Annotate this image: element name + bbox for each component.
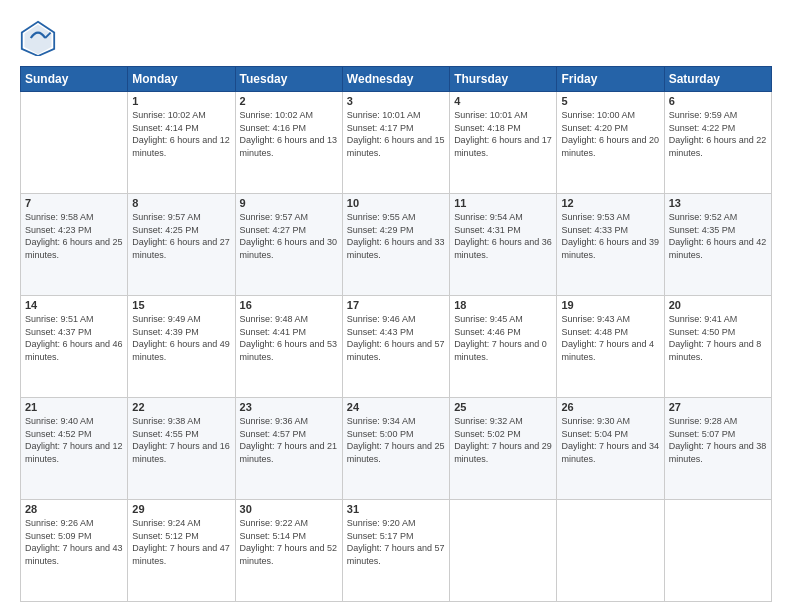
day-number: 29: [132, 503, 230, 515]
cell-content: Sunrise: 10:01 AMSunset: 4:17 PMDaylight…: [347, 109, 445, 159]
weekday-header-cell: Wednesday: [342, 67, 449, 92]
calendar-table: SundayMondayTuesdayWednesdayThursdayFrid…: [20, 66, 772, 602]
calendar-cell: 17Sunrise: 9:46 AMSunset: 4:43 PMDayligh…: [342, 296, 449, 398]
calendar-cell: 1Sunrise: 10:02 AMSunset: 4:14 PMDayligh…: [128, 92, 235, 194]
calendar-cell: 23Sunrise: 9:36 AMSunset: 4:57 PMDayligh…: [235, 398, 342, 500]
cell-content: Sunrise: 9:53 AMSunset: 4:33 PMDaylight:…: [561, 211, 659, 261]
calendar-cell: 16Sunrise: 9:48 AMSunset: 4:41 PMDayligh…: [235, 296, 342, 398]
day-number: 8: [132, 197, 230, 209]
calendar-cell: 7Sunrise: 9:58 AMSunset: 4:23 PMDaylight…: [21, 194, 128, 296]
weekday-header-cell: Monday: [128, 67, 235, 92]
cell-content: Sunrise: 9:40 AMSunset: 4:52 PMDaylight:…: [25, 415, 123, 465]
calendar-cell: 13Sunrise: 9:52 AMSunset: 4:35 PMDayligh…: [664, 194, 771, 296]
weekday-header-cell: Thursday: [450, 67, 557, 92]
calendar-cell: 30Sunrise: 9:22 AMSunset: 5:14 PMDayligh…: [235, 500, 342, 602]
day-number: 20: [669, 299, 767, 311]
cell-content: Sunrise: 9:43 AMSunset: 4:48 PMDaylight:…: [561, 313, 659, 363]
calendar-cell: 18Sunrise: 9:45 AMSunset: 4:46 PMDayligh…: [450, 296, 557, 398]
cell-content: Sunrise: 9:51 AMSunset: 4:37 PMDaylight:…: [25, 313, 123, 363]
day-number: 2: [240, 95, 338, 107]
day-number: 14: [25, 299, 123, 311]
day-number: 13: [669, 197, 767, 209]
day-number: 10: [347, 197, 445, 209]
calendar-cell: 28Sunrise: 9:26 AMSunset: 5:09 PMDayligh…: [21, 500, 128, 602]
calendar-cell: 26Sunrise: 9:30 AMSunset: 5:04 PMDayligh…: [557, 398, 664, 500]
calendar-cell: 22Sunrise: 9:38 AMSunset: 4:55 PMDayligh…: [128, 398, 235, 500]
calendar-week-row: 21Sunrise: 9:40 AMSunset: 4:52 PMDayligh…: [21, 398, 772, 500]
cell-content: Sunrise: 10:00 AMSunset: 4:20 PMDaylight…: [561, 109, 659, 159]
calendar-cell: [557, 500, 664, 602]
cell-content: Sunrise: 9:34 AMSunset: 5:00 PMDaylight:…: [347, 415, 445, 465]
calendar-cell: 10Sunrise: 9:55 AMSunset: 4:29 PMDayligh…: [342, 194, 449, 296]
day-number: 12: [561, 197, 659, 209]
day-number: 22: [132, 401, 230, 413]
calendar-cell: 2Sunrise: 10:02 AMSunset: 4:16 PMDayligh…: [235, 92, 342, 194]
calendar-cell: 24Sunrise: 9:34 AMSunset: 5:00 PMDayligh…: [342, 398, 449, 500]
weekday-header-cell: Friday: [557, 67, 664, 92]
calendar-cell: 27Sunrise: 9:28 AMSunset: 5:07 PMDayligh…: [664, 398, 771, 500]
calendar-body: 1Sunrise: 10:02 AMSunset: 4:14 PMDayligh…: [21, 92, 772, 602]
cell-content: Sunrise: 9:55 AMSunset: 4:29 PMDaylight:…: [347, 211, 445, 261]
day-number: 7: [25, 197, 123, 209]
calendar-cell: [21, 92, 128, 194]
calendar-cell: 21Sunrise: 9:40 AMSunset: 4:52 PMDayligh…: [21, 398, 128, 500]
cell-content: Sunrise: 9:49 AMSunset: 4:39 PMDaylight:…: [132, 313, 230, 363]
calendar-cell: 3Sunrise: 10:01 AMSunset: 4:17 PMDayligh…: [342, 92, 449, 194]
day-number: 21: [25, 401, 123, 413]
day-number: 6: [669, 95, 767, 107]
day-number: 25: [454, 401, 552, 413]
day-number: 19: [561, 299, 659, 311]
weekday-header-cell: Saturday: [664, 67, 771, 92]
calendar-cell: 25Sunrise: 9:32 AMSunset: 5:02 PMDayligh…: [450, 398, 557, 500]
cell-content: Sunrise: 9:54 AMSunset: 4:31 PMDaylight:…: [454, 211, 552, 261]
cell-content: Sunrise: 9:38 AMSunset: 4:55 PMDaylight:…: [132, 415, 230, 465]
day-number: 1: [132, 95, 230, 107]
day-number: 9: [240, 197, 338, 209]
day-number: 5: [561, 95, 659, 107]
calendar-week-row: 28Sunrise: 9:26 AMSunset: 5:09 PMDayligh…: [21, 500, 772, 602]
calendar-cell: 8Sunrise: 9:57 AMSunset: 4:25 PMDaylight…: [128, 194, 235, 296]
day-number: 3: [347, 95, 445, 107]
calendar-cell: 14Sunrise: 9:51 AMSunset: 4:37 PMDayligh…: [21, 296, 128, 398]
day-number: 30: [240, 503, 338, 515]
logo-icon: [20, 20, 56, 56]
day-number: 28: [25, 503, 123, 515]
cell-content: Sunrise: 9:24 AMSunset: 5:12 PMDaylight:…: [132, 517, 230, 567]
cell-content: Sunrise: 10:02 AMSunset: 4:16 PMDaylight…: [240, 109, 338, 159]
page: SundayMondayTuesdayWednesdayThursdayFrid…: [0, 0, 792, 612]
calendar-cell: 20Sunrise: 9:41 AMSunset: 4:50 PMDayligh…: [664, 296, 771, 398]
logo: [20, 20, 60, 56]
cell-content: Sunrise: 10:01 AMSunset: 4:18 PMDaylight…: [454, 109, 552, 159]
cell-content: Sunrise: 10:02 AMSunset: 4:14 PMDaylight…: [132, 109, 230, 159]
calendar-cell: 12Sunrise: 9:53 AMSunset: 4:33 PMDayligh…: [557, 194, 664, 296]
day-number: 23: [240, 401, 338, 413]
calendar-cell: 29Sunrise: 9:24 AMSunset: 5:12 PMDayligh…: [128, 500, 235, 602]
day-number: 4: [454, 95, 552, 107]
cell-content: Sunrise: 9:57 AMSunset: 4:27 PMDaylight:…: [240, 211, 338, 261]
day-number: 15: [132, 299, 230, 311]
calendar-cell: 15Sunrise: 9:49 AMSunset: 4:39 PMDayligh…: [128, 296, 235, 398]
weekday-header-cell: Tuesday: [235, 67, 342, 92]
cell-content: Sunrise: 9:30 AMSunset: 5:04 PMDaylight:…: [561, 415, 659, 465]
calendar-week-row: 14Sunrise: 9:51 AMSunset: 4:37 PMDayligh…: [21, 296, 772, 398]
calendar-cell: 11Sunrise: 9:54 AMSunset: 4:31 PMDayligh…: [450, 194, 557, 296]
cell-content: Sunrise: 9:58 AMSunset: 4:23 PMDaylight:…: [25, 211, 123, 261]
day-number: 24: [347, 401, 445, 413]
calendar-header-row: SundayMondayTuesdayWednesdayThursdayFrid…: [21, 67, 772, 92]
calendar-cell: 6Sunrise: 9:59 AMSunset: 4:22 PMDaylight…: [664, 92, 771, 194]
calendar-cell: 5Sunrise: 10:00 AMSunset: 4:20 PMDayligh…: [557, 92, 664, 194]
day-number: 16: [240, 299, 338, 311]
weekday-header-cell: Sunday: [21, 67, 128, 92]
cell-content: Sunrise: 9:36 AMSunset: 4:57 PMDaylight:…: [240, 415, 338, 465]
day-number: 31: [347, 503, 445, 515]
cell-content: Sunrise: 9:52 AMSunset: 4:35 PMDaylight:…: [669, 211, 767, 261]
header: [20, 20, 772, 56]
day-number: 26: [561, 401, 659, 413]
day-number: 18: [454, 299, 552, 311]
calendar-cell: [664, 500, 771, 602]
day-number: 11: [454, 197, 552, 209]
cell-content: Sunrise: 9:26 AMSunset: 5:09 PMDaylight:…: [25, 517, 123, 567]
day-number: 27: [669, 401, 767, 413]
cell-content: Sunrise: 9:32 AMSunset: 5:02 PMDaylight:…: [454, 415, 552, 465]
calendar-cell: 19Sunrise: 9:43 AMSunset: 4:48 PMDayligh…: [557, 296, 664, 398]
